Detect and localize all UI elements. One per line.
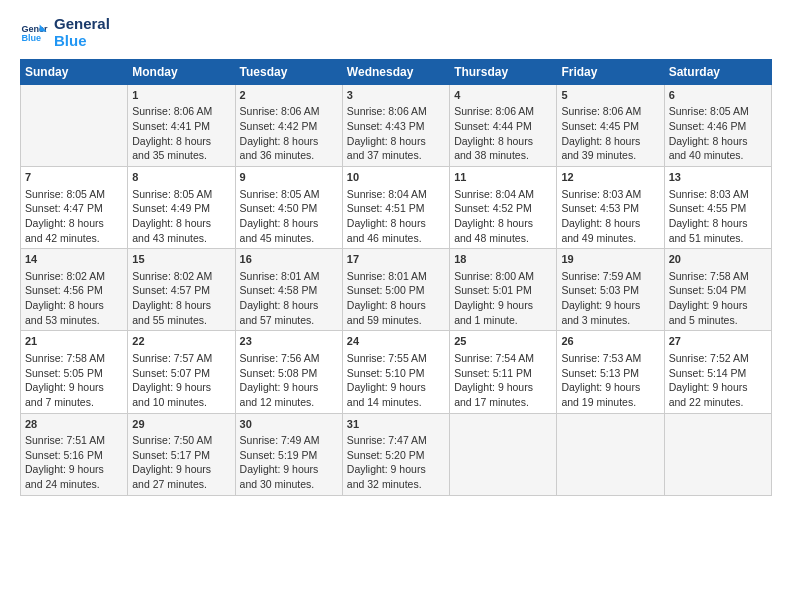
day-info: Sunset: 5:19 PM [240,448,338,463]
day-info: Sunset: 5:00 PM [347,283,445,298]
calendar-cell: 4Sunrise: 8:06 AMSunset: 4:44 PMDaylight… [450,85,557,167]
calendar-cell: 2Sunrise: 8:06 AMSunset: 4:42 PMDaylight… [235,85,342,167]
day-info: Daylight: 8 hours [347,216,445,231]
calendar-cell: 5Sunrise: 8:06 AMSunset: 4:45 PMDaylight… [557,85,664,167]
calendar-cell: 11Sunrise: 8:04 AMSunset: 4:52 PMDayligh… [450,167,557,249]
day-number: 15 [132,252,230,267]
page-header: General Blue General Blue [20,16,772,49]
day-info: and 12 minutes. [240,395,338,410]
calendar-cell [21,85,128,167]
day-info: Sunset: 5:07 PM [132,366,230,381]
day-number: 24 [347,334,445,349]
day-info: Daylight: 8 hours [240,134,338,149]
day-info: and 27 minutes. [132,477,230,492]
day-info: Sunrise: 8:01 AM [240,269,338,284]
day-info: and 43 minutes. [132,231,230,246]
day-info: and 37 minutes. [347,148,445,163]
day-info: Sunset: 4:45 PM [561,119,659,134]
day-info: Sunrise: 7:49 AM [240,433,338,448]
day-info: Sunset: 4:57 PM [132,283,230,298]
day-info: Daylight: 8 hours [669,134,767,149]
day-number: 6 [669,88,767,103]
day-info: Daylight: 9 hours [669,380,767,395]
day-number: 13 [669,170,767,185]
calendar-cell: 20Sunrise: 7:58 AMSunset: 5:04 PMDayligh… [664,249,771,331]
day-info: and 35 minutes. [132,148,230,163]
day-info: and 45 minutes. [240,231,338,246]
week-row-1: 1Sunrise: 8:06 AMSunset: 4:41 PMDaylight… [21,85,772,167]
day-number: 7 [25,170,123,185]
day-info: Daylight: 8 hours [240,298,338,313]
day-info: Sunrise: 8:06 AM [454,104,552,119]
calendar-cell: 25Sunrise: 7:54 AMSunset: 5:11 PMDayligh… [450,331,557,413]
calendar-cell: 8Sunrise: 8:05 AMSunset: 4:49 PMDaylight… [128,167,235,249]
day-info: Daylight: 9 hours [669,298,767,313]
day-info: Sunset: 4:52 PM [454,201,552,216]
day-info: Sunset: 5:13 PM [561,366,659,381]
col-header-monday: Monday [128,60,235,85]
day-info: Sunrise: 8:05 AM [669,104,767,119]
day-info: Daylight: 9 hours [454,298,552,313]
day-number: 22 [132,334,230,349]
day-info: and 38 minutes. [454,148,552,163]
day-info: Daylight: 8 hours [240,216,338,231]
day-info: Daylight: 8 hours [25,216,123,231]
calendar-cell: 12Sunrise: 8:03 AMSunset: 4:53 PMDayligh… [557,167,664,249]
day-info: Sunset: 5:14 PM [669,366,767,381]
day-info: Sunrise: 7:52 AM [669,351,767,366]
calendar-cell: 7Sunrise: 8:05 AMSunset: 4:47 PMDaylight… [21,167,128,249]
day-info: Sunset: 4:53 PM [561,201,659,216]
day-info: Sunrise: 8:03 AM [561,187,659,202]
day-number: 2 [240,88,338,103]
day-info: Sunrise: 8:02 AM [25,269,123,284]
calendar-cell: 6Sunrise: 8:05 AMSunset: 4:46 PMDaylight… [664,85,771,167]
day-info: Sunrise: 8:04 AM [347,187,445,202]
day-info: Sunset: 4:43 PM [347,119,445,134]
day-info: Sunrise: 7:55 AM [347,351,445,366]
day-info: and 39 minutes. [561,148,659,163]
day-number: 21 [25,334,123,349]
day-info: and 57 minutes. [240,313,338,328]
day-info: Sunset: 5:01 PM [454,283,552,298]
day-info: Daylight: 9 hours [347,462,445,477]
day-info: Daylight: 9 hours [240,380,338,395]
logo: General Blue General Blue [20,16,110,49]
day-info: Daylight: 9 hours [240,462,338,477]
day-info: and 40 minutes. [669,148,767,163]
day-number: 23 [240,334,338,349]
calendar-cell: 16Sunrise: 8:01 AMSunset: 4:58 PMDayligh… [235,249,342,331]
day-number: 31 [347,417,445,432]
calendar-cell [557,413,664,495]
day-info: and 42 minutes. [25,231,123,246]
day-info: and 5 minutes. [669,313,767,328]
day-info: and 32 minutes. [347,477,445,492]
day-info: Daylight: 9 hours [25,380,123,395]
day-number: 29 [132,417,230,432]
day-number: 30 [240,417,338,432]
day-number: 16 [240,252,338,267]
day-info: Sunrise: 8:05 AM [132,187,230,202]
logo-text-blue: Blue [54,33,110,50]
day-info: Sunrise: 7:58 AM [669,269,767,284]
calendar-cell: 22Sunrise: 7:57 AMSunset: 5:07 PMDayligh… [128,331,235,413]
day-info: Sunrise: 7:56 AM [240,351,338,366]
day-number: 11 [454,170,552,185]
day-info: and 30 minutes. [240,477,338,492]
day-info: and 46 minutes. [347,231,445,246]
day-number: 28 [25,417,123,432]
day-info: Sunrise: 7:59 AM [561,269,659,284]
page-container: General Blue General Blue SundayMondayTu… [0,0,792,506]
day-info: Sunrise: 7:57 AM [132,351,230,366]
day-info: Sunrise: 8:00 AM [454,269,552,284]
day-info: Daylight: 9 hours [25,462,123,477]
col-header-saturday: Saturday [664,60,771,85]
week-row-2: 7Sunrise: 8:05 AMSunset: 4:47 PMDaylight… [21,167,772,249]
day-info: Sunrise: 7:51 AM [25,433,123,448]
day-info: Sunset: 5:11 PM [454,366,552,381]
day-info: and 22 minutes. [669,395,767,410]
calendar-body: 1Sunrise: 8:06 AMSunset: 4:41 PMDaylight… [21,85,772,496]
day-info: Daylight: 8 hours [132,216,230,231]
day-info: Sunset: 4:50 PM [240,201,338,216]
day-number: 9 [240,170,338,185]
calendar-cell: 31Sunrise: 7:47 AMSunset: 5:20 PMDayligh… [342,413,449,495]
